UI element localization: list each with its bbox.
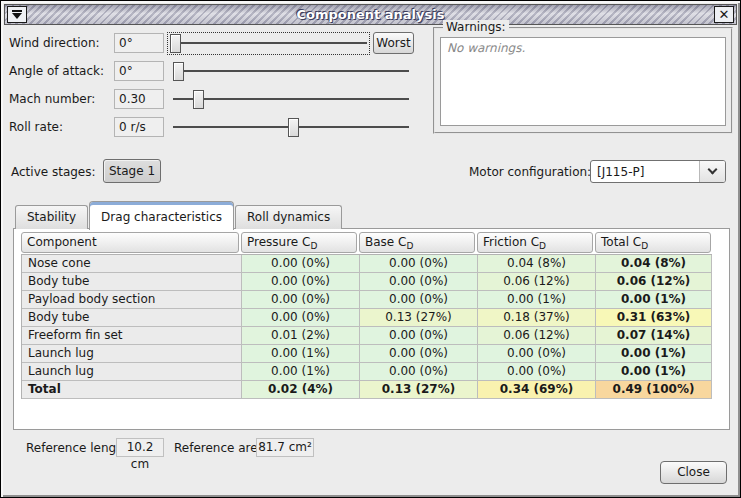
close-icon: ✕ — [719, 8, 730, 21]
mach-number-field[interactable]: 0.30 — [114, 89, 164, 109]
friction-cell: 0.06 (12%) — [478, 327, 596, 345]
pressure-cell: 0.00 (1%) — [242, 363, 360, 381]
table-body: Nose cone 0.00 (0%) 0.00 (0%) 0.04 (8%) … — [21, 254, 712, 399]
base-cell: 0.00 (0%) — [360, 345, 478, 363]
window-menu-icon — [12, 10, 22, 19]
base-cell: 0.00 (0%) — [360, 363, 478, 381]
chevron-down-icon — [708, 165, 718, 175]
slider-thumb[interactable] — [170, 34, 181, 53]
drag-table: Component Pressure CD Base CD Friction C… — [21, 232, 713, 399]
pressure-cell: 0.00 (0%) — [242, 309, 360, 327]
worst-button[interactable]: Worst — [373, 32, 414, 54]
roll-rate-field[interactable]: 0 r/s — [114, 117, 164, 137]
component-cell: Launch lug — [22, 363, 242, 381]
roll-rate-slider[interactable] — [171, 117, 411, 138]
analysis-tabs: Stability Drag characteristics Roll dyna… — [15, 200, 343, 229]
friction-cell: 0.34 (69%) — [478, 381, 596, 399]
combo-arrow-zone[interactable] — [699, 161, 725, 182]
table-row[interactable]: Launch lug 0.00 (1%) 0.00 (0%) 0.00 (0%)… — [22, 345, 712, 363]
motor-configuration-value: [J115-P] — [591, 165, 699, 179]
table-row[interactable]: Launch lug 0.00 (1%) 0.00 (0%) 0.00 (0%)… — [22, 363, 712, 381]
angle-of-attack-slider[interactable] — [171, 61, 411, 82]
base-cell: 0.00 (0%) — [360, 291, 478, 309]
table-header-row: Component Pressure CD Base CD Friction C… — [21, 232, 713, 253]
tab-roll-dynamics[interactable]: Roll dynamics — [235, 205, 342, 229]
base-cell: 0.00 (0%) — [360, 327, 478, 345]
pressure-cell: 0.01 (2%) — [242, 327, 360, 345]
warnings-group: Warnings: No warnings. — [433, 27, 733, 134]
column-header-friction-cd[interactable]: Friction CD — [477, 232, 593, 253]
friction-cell: 0.18 (37%) — [478, 309, 596, 327]
base-cell: 0.00 (0%) — [360, 273, 478, 291]
table-row[interactable]: Body tube 0.00 (0%) 0.13 (27%) 0.18 (37%… — [22, 309, 712, 327]
window-close-button[interactable]: ✕ — [714, 6, 734, 23]
column-header-base-cd[interactable]: Base CD — [359, 232, 475, 253]
titlebar[interactable]: Component analysis ✕ — [4, 4, 737, 25]
pressure-cell: 0.00 (1%) — [242, 345, 360, 363]
warnings-list[interactable]: No warnings. — [440, 37, 726, 126]
wind-direction-field[interactable]: 0° — [114, 33, 164, 53]
slider-thumb[interactable] — [193, 90, 204, 109]
component-cell: Total — [22, 381, 242, 399]
tab-stability[interactable]: Stability — [15, 205, 88, 229]
friction-cell: 0.00 (1%) — [478, 291, 596, 309]
total-cell: 0.00 (1%) — [596, 363, 712, 381]
window-menu-button[interactable] — [7, 6, 27, 23]
table-row[interactable]: Nose cone 0.00 (0%) 0.00 (0%) 0.04 (8%) … — [22, 255, 712, 273]
component-cell: Body tube — [22, 309, 242, 327]
component-analysis-dialog: Component analysis ✕ Wind direction: 0° … — [0, 0, 741, 498]
reference-length-value: 10.2 cm — [116, 438, 164, 457]
table-row[interactable]: Payload body section 0.00 (0%) 0.00 (0%)… — [22, 291, 712, 309]
base-cell: 0.13 (27%) — [360, 309, 478, 327]
mach-number-label: Mach number: — [9, 89, 95, 109]
reference-area-label: Reference area: — [174, 439, 269, 458]
pressure-cell: 0.00 (0%) — [242, 291, 360, 309]
table-row[interactable]: Freeform fin set 0.01 (2%) 0.00 (0%) 0.0… — [22, 327, 712, 345]
pressure-cell: 0.02 (4%) — [242, 381, 360, 399]
total-cell: 0.00 (1%) — [596, 291, 712, 309]
pressure-cell: 0.00 (0%) — [242, 273, 360, 291]
total-cell: 0.06 (12%) — [596, 273, 712, 291]
no-warnings-text: No warnings. — [447, 41, 525, 55]
friction-cell: 0.04 (8%) — [478, 255, 596, 273]
motor-configuration-label: Motor configuration: — [469, 165, 591, 179]
column-header-total-cd[interactable]: Total CD — [595, 232, 711, 253]
component-cell: Freeform fin set — [22, 327, 242, 345]
reference-area-value: 81.7 cm² — [256, 438, 314, 457]
component-cell: Body tube — [22, 273, 242, 291]
column-header-component[interactable]: Component — [21, 232, 239, 253]
active-stages-label: Active stages: — [11, 165, 96, 179]
angle-of-attack-field[interactable]: 0° — [114, 61, 164, 81]
warnings-group-title: Warnings: — [443, 20, 509, 34]
friction-cell: 0.06 (12%) — [478, 273, 596, 291]
total-cell: 0.00 (1%) — [596, 345, 712, 363]
total-cell: 0.04 (8%) — [596, 255, 712, 273]
mach-number-slider[interactable] — [171, 89, 411, 110]
friction-cell: 0.00 (0%) — [478, 363, 596, 381]
component-cell: Payload body section — [22, 291, 242, 309]
table-row[interactable]: Body tube 0.00 (0%) 0.00 (0%) 0.06 (12%)… — [22, 273, 712, 291]
slider-thumb[interactable] — [173, 62, 184, 81]
total-cell: 0.49 (100%) — [596, 381, 712, 399]
stage-1-toggle-button[interactable]: Stage 1 — [103, 159, 161, 183]
component-cell: Nose cone — [22, 255, 242, 273]
angle-of-attack-label: Angle of attack: — [9, 61, 104, 81]
drag-characteristics-panel: Component Pressure CD Base CD Friction C… — [13, 228, 730, 430]
pressure-cell: 0.00 (0%) — [242, 255, 360, 273]
friction-cell: 0.00 (0%) — [478, 345, 596, 363]
wind-direction-label: Wind direction: — [9, 33, 100, 53]
base-cell: 0.00 (0%) — [360, 255, 478, 273]
slider-thumb[interactable] — [288, 118, 299, 137]
window-title: Component analysis — [5, 7, 736, 22]
column-header-pressure-cd[interactable]: Pressure CD — [241, 232, 357, 253]
slider-track — [173, 70, 409, 72]
tab-drag-characteristics[interactable]: Drag characteristics — [89, 201, 234, 230]
wind-direction-slider[interactable] — [168, 33, 369, 54]
slider-track — [173, 98, 409, 100]
close-button[interactable]: Close — [660, 461, 727, 484]
roll-rate-label: Roll rate: — [9, 117, 63, 137]
table-row-total[interactable]: Total 0.02 (4%) 0.13 (27%) 0.34 (69%) 0.… — [22, 381, 712, 399]
base-cell: 0.13 (27%) — [360, 381, 478, 399]
total-cell: 0.07 (14%) — [596, 327, 712, 345]
motor-configuration-select[interactable]: [J115-P] — [590, 160, 726, 183]
